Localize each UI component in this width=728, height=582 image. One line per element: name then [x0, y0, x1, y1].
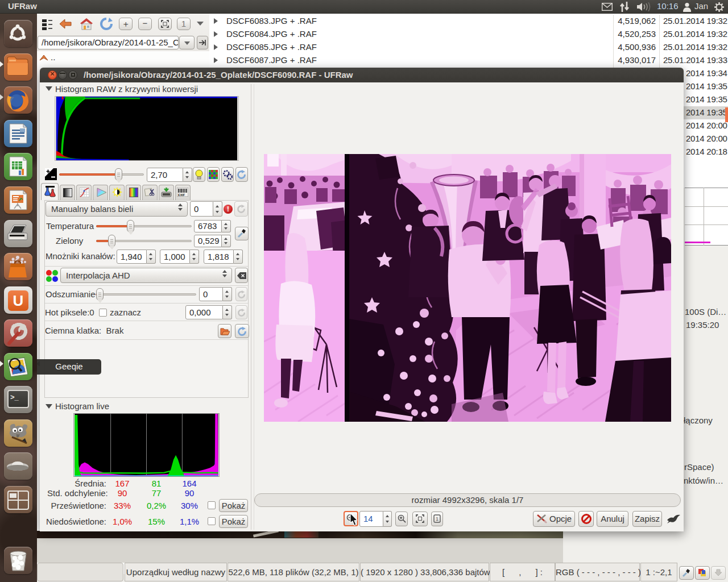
svg-text:1: 1: [436, 516, 439, 522]
